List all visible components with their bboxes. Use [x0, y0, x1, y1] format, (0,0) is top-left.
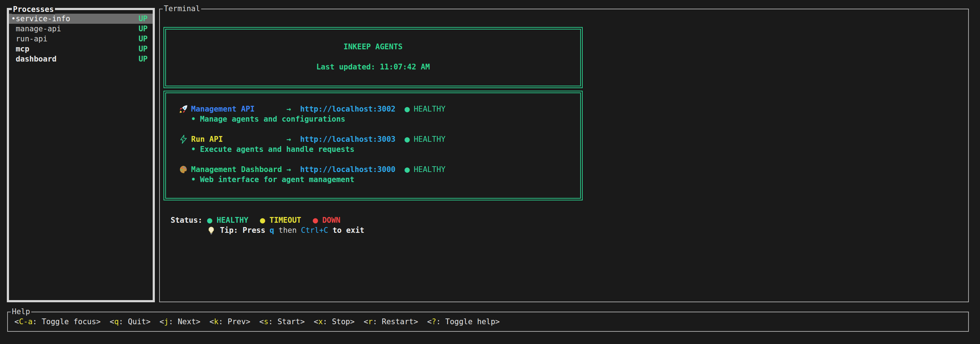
help-key: C-a [19, 317, 33, 326]
process-row-manage-api[interactable]: manage-api UP [9, 24, 153, 34]
bullet-icon: • [191, 114, 196, 124]
process-row-mcp[interactable]: mcp UP [9, 44, 153, 54]
help-item-toggle-focus: <C-a: Toggle focus> [14, 317, 100, 327]
process-status-badge: UP [138, 34, 148, 44]
help-key: r [368, 317, 373, 326]
status-dot-icon: ● [260, 215, 265, 225]
service-line-management-api: Management API → http://localhost:3002 ●… [179, 104, 577, 114]
service-name: Management Dashboard [191, 165, 287, 174]
status-legend: Status: ●HEALTHY ●TIMEOUT ●DOWN [171, 215, 968, 225]
process-row-dashboard[interactable]: dashboard UP [9, 54, 153, 64]
last-updated-text: Last updated: 11:07:42 AM [166, 62, 580, 72]
service-url: http://localhost:3003 [300, 134, 396, 144]
status-dot-icon: ● [313, 215, 318, 225]
processes-panel-title: Processes [12, 5, 55, 14]
process-name: mcp [16, 44, 138, 54]
tip-prefix: Tip: Press [220, 225, 265, 235]
help-key: s [264, 317, 268, 326]
app-canvas: Processes • service-info UP manage-api U… [0, 0, 980, 344]
arrow-icon: → [287, 134, 291, 144]
help-key: q [114, 317, 119, 326]
arrow-icon: → [287, 165, 291, 174]
legend-item-timeout: ●TIMEOUT [260, 215, 301, 225]
service-description: • Execute agents and handle requests [191, 144, 577, 154]
terminal-panel-title: Terminal [163, 4, 201, 13]
service-status: ●HEALTHY [404, 165, 445, 174]
process-name: run-api [16, 34, 138, 44]
banner-title: INKEEP AGENTS [166, 42, 580, 52]
processes-panel: Processes • service-info UP manage-api U… [7, 8, 155, 302]
process-name: manage-api [16, 24, 138, 34]
palette-icon [179, 165, 191, 174]
service-url: http://localhost:3002 [300, 104, 396, 114]
process-name: service-info [16, 14, 138, 24]
help-key: j [164, 317, 169, 326]
status-dot-icon: ● [404, 104, 409, 114]
process-name: dashboard [16, 54, 138, 64]
selected-marker: • [11, 14, 16, 24]
service-line-management-dashboard: Management Dashboard → http://localhost:… [179, 165, 577, 174]
bullet-icon: • [191, 144, 196, 154]
help-key: ? [432, 317, 436, 326]
service-line-run-api: Run API → http://localhost:3003 ●HEALTHY [179, 134, 577, 144]
help-item-restart: <r: Restart> [364, 317, 418, 327]
lightning-icon [179, 134, 191, 144]
service-name: Management API [191, 104, 287, 114]
rocket-icon [179, 104, 191, 114]
help-item-prev: <k: Prev> [210, 317, 250, 327]
service-url: http://localhost:3000 [300, 165, 396, 174]
help-panel: Help <C-a: Toggle focus> <q: Quit> <j: N… [7, 312, 969, 332]
help-item-next: <j: Next> [159, 317, 200, 327]
process-status-badge: UP [138, 44, 148, 54]
service-description: • Web interface for agent management [191, 174, 577, 185]
help-item-start: <s: Start> [259, 317, 305, 327]
tip-suffix: to exit [332, 225, 364, 235]
tip-line: Tip: Press q then Ctrl+C to exit [171, 225, 968, 235]
help-item-toggle-help: <?: Toggle help> [427, 317, 500, 327]
legend-item-down: ●DOWN [313, 215, 340, 225]
help-item-quit: <q: Quit> [110, 317, 151, 327]
help-panel-title: Help [11, 307, 31, 316]
help-item-stop: <x: Stop> [313, 317, 355, 327]
services-box: Management API → http://localhost:3002 ●… [164, 91, 583, 200]
service-name: Run API [191, 134, 287, 144]
service-description: • Manage agents and configurations [191, 114, 577, 124]
process-row-run-api[interactable]: run-api UP [9, 34, 153, 44]
process-row-service-info[interactable]: • service-info UP [9, 14, 153, 24]
service-status: ●HEALTHY [404, 104, 445, 114]
tip-combo-ctrl-c: Ctrl+C [301, 225, 328, 235]
help-key: k [214, 317, 219, 326]
tip-middle: then [278, 225, 297, 235]
terminal-panel[interactable]: Terminal INKEEP AGENTS Last updated: 11:… [159, 9, 969, 302]
status-dot-icon: ● [404, 165, 409, 174]
bullet-icon: • [191, 174, 196, 185]
process-list: • service-info UP manage-api UP run-api … [9, 10, 153, 64]
process-status-badge: UP [138, 54, 148, 64]
status-dot-icon: ● [404, 134, 409, 144]
tip-key-q: q [270, 225, 274, 235]
process-status-badge: UP [138, 24, 148, 34]
process-status-badge: UP [138, 14, 148, 24]
help-key: x [318, 317, 323, 326]
bulb-icon [171, 215, 216, 245]
banner-box: INKEEP AGENTS Last updated: 11:07:42 AM [164, 27, 583, 88]
arrow-icon: → [287, 104, 291, 114]
service-status: ●HEALTHY [404, 134, 445, 144]
